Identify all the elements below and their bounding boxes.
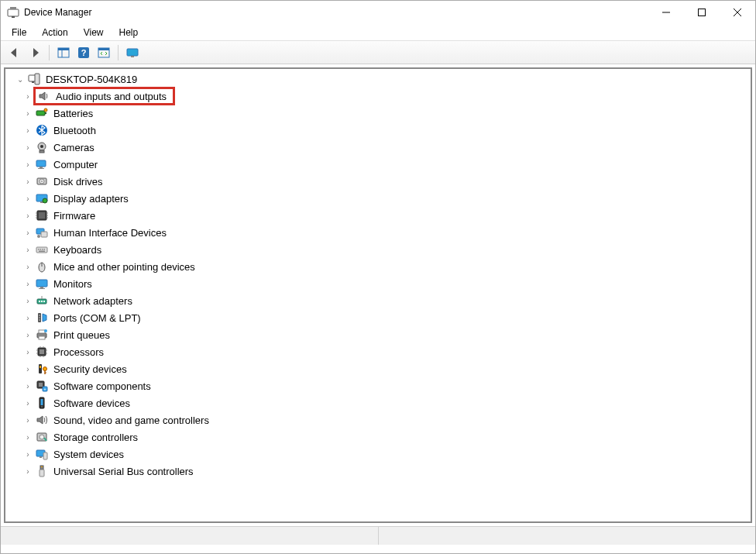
tree-item[interactable]: ›Network adapters: [21, 292, 751, 309]
svg-rect-86: [39, 383, 43, 387]
tree-item-label: Software components: [52, 380, 153, 393]
expand-icon[interactable]: ›: [22, 126, 33, 135]
tree-item[interactable]: ›Storage controllers: [21, 428, 751, 446]
tree-item[interactable]: ›Print queues: [21, 326, 751, 343]
expand-icon[interactable]: ›: [22, 467, 33, 476]
expand-icon[interactable]: ›: [22, 382, 33, 391]
minimize-button[interactable]: [648, 1, 684, 24]
tree-item[interactable]: ›Human Interface Devices: [21, 224, 751, 241]
tree-item[interactable]: ›Sound, video and game controllers: [21, 411, 751, 428]
menu-help[interactable]: Help: [112, 25, 146, 40]
svg-rect-14: [127, 49, 138, 56]
expand-icon[interactable]: ›: [22, 143, 33, 152]
show-hide-console-tree-button[interactable]: [54, 43, 73, 62]
expand-icon[interactable]: ›: [22, 450, 33, 459]
highlighted-item: Audio inputs and outputs: [33, 87, 175, 105]
collapse-icon[interactable]: ⌄: [15, 75, 26, 84]
expand-icon[interactable]: ›: [22, 365, 33, 373]
svg-rect-68: [39, 336, 45, 339]
tree-item-label: Software devices: [52, 397, 132, 410]
expand-icon[interactable]: ›: [22, 297, 33, 305]
tree-item[interactable]: ›Display adapters: [21, 190, 751, 207]
menu-file[interactable]: File: [4, 25, 34, 40]
tree-root[interactable]: ⌄ DESKTOP-504K819: [5, 71, 751, 88]
tree-item-label: Mice and other pointing devices: [52, 260, 197, 274]
tree-item[interactable]: ›Bluetooth: [21, 122, 751, 139]
expand-icon[interactable]: ›: [22, 177, 33, 186]
help-button[interactable]: ?: [74, 43, 93, 62]
swcomp-icon: +: [35, 379, 49, 393]
tree-item[interactable]: ›Computer: [21, 156, 751, 173]
svg-rect-25: [40, 150, 44, 153]
svg-point-21: [44, 108, 47, 112]
tree-item[interactable]: ›Audio inputs and outputs: [21, 88, 751, 105]
svg-rect-19: [36, 111, 45, 115]
svg-rect-98: [41, 466, 43, 467]
expand-icon[interactable]: ›: [22, 348, 33, 356]
cpu-icon: [35, 345, 49, 359]
expand-icon[interactable]: ›: [22, 212, 33, 220]
mouse-icon: [35, 260, 49, 274]
expand-icon[interactable]: ›: [22, 92, 33, 101]
menu-action[interactable]: Action: [34, 25, 75, 40]
svg-point-69: [44, 329, 47, 332]
tree-item-label: Human Interface Devices: [52, 226, 168, 239]
system-icon: [35, 447, 49, 461]
expand-icon[interactable]: ›: [22, 263, 33, 271]
svg-rect-51: [39, 251, 45, 253]
svg-rect-20: [45, 112, 46, 114]
tree-item[interactable]: ›Monitors: [21, 275, 751, 292]
expand-icon[interactable]: ›: [22, 433, 33, 442]
forward-button[interactable]: [26, 43, 44, 62]
expand-icon[interactable]: ›: [22, 194, 33, 203]
tree-item[interactable]: ›System devices: [21, 446, 751, 463]
port-icon: [35, 311, 49, 325]
scan-hardware-button[interactable]: [94, 43, 113, 62]
svg-rect-4: [699, 9, 706, 16]
expand-icon[interactable]: ›: [22, 280, 33, 288]
tree-item[interactable]: ›Software devices: [21, 394, 751, 411]
network-icon: [35, 294, 49, 308]
monitor-button[interactable]: [123, 43, 142, 62]
tree-item-label: Firmware: [52, 209, 97, 222]
tree-item[interactable]: ›Mice and other pointing devices: [21, 258, 751, 275]
tree-item[interactable]: ›Processors: [21, 343, 751, 360]
device-tree: ⌄ DESKTOP-504K819 ›Audio inputs and outp…: [5, 69, 751, 483]
tree-item[interactable]: ›Keyboards: [21, 241, 751, 258]
expand-icon[interactable]: ›: [22, 331, 33, 339]
expand-icon[interactable]: ›: [22, 314, 33, 322]
svg-rect-27: [40, 167, 43, 168]
expand-icon[interactable]: ›: [22, 246, 33, 254]
svg-rect-81: [40, 366, 41, 368]
tree-item[interactable]: ›Firmware: [21, 207, 751, 224]
expand-icon[interactable]: ›: [22, 399, 33, 408]
svg-text:+: +: [44, 387, 46, 391]
svg-rect-96: [43, 452, 47, 459]
speaker-icon: [37, 89, 51, 103]
monitor-icon: [35, 277, 49, 291]
tree-item[interactable]: ›Security devices: [21, 360, 751, 377]
tree-item[interactable]: ›Disk drives: [21, 173, 751, 190]
close-button[interactable]: [720, 1, 755, 24]
tree-item[interactable]: ›Cameras: [21, 139, 751, 156]
computer-icon: [35, 157, 49, 171]
tree-item-label: Audio inputs and outputs: [54, 90, 168, 103]
maximize-button[interactable]: [684, 1, 720, 24]
toolbar-separator: [49, 45, 50, 60]
expand-icon[interactable]: ›: [22, 416, 33, 425]
tree-item-label: Processors: [52, 346, 105, 359]
svg-rect-28: [38, 168, 44, 169]
device-tree-panel[interactable]: ⌄ DESKTOP-504K819 ›Audio inputs and outp…: [4, 67, 752, 523]
menu-view[interactable]: View: [76, 25, 112, 40]
expand-icon[interactable]: ›: [22, 109, 33, 118]
tree-item[interactable]: ›Universal Serial Bus controllers: [21, 463, 751, 480]
back-button[interactable]: [5, 43, 24, 62]
tree-item[interactable]: ›+Software components: [21, 377, 751, 394]
printer-icon: [35, 328, 49, 342]
expand-icon[interactable]: ›: [22, 160, 33, 169]
tree-item[interactable]: ›Ports (COM & LPT): [21, 309, 751, 326]
svg-rect-95: [40, 456, 42, 458]
tree-item[interactable]: ›Batteries: [21, 105, 751, 122]
expand-icon[interactable]: ›: [22, 229, 33, 237]
firmware-icon: [35, 208, 49, 222]
